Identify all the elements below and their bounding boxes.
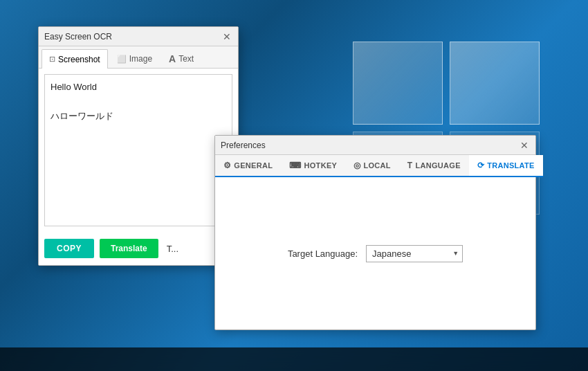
pref-tab-bar: ⚙ GENERAL ⌨ HOTKEY ◎ LOCAL T LANGUAGE ⟳ … bbox=[215, 155, 535, 177]
tab-screenshot-label: Screenshot bbox=[58, 55, 100, 64]
image-tab-icon: ⬜ bbox=[117, 55, 127, 64]
screenshot-tab-icon: ⊡ bbox=[49, 55, 55, 64]
target-language-row: Target Language: Japanese English Chines… bbox=[288, 245, 463, 262]
text-tab-icon: A bbox=[169, 53, 176, 64]
desktop: Easy Screen OCR ✕ ⊡ Screenshot ⬜ Image A… bbox=[0, 0, 588, 371]
pref-tab-local[interactable]: ◎ LOCAL bbox=[345, 155, 399, 177]
tab-image-label: Image bbox=[129, 54, 152, 64]
ocr-button-bar: COPY Translate T... bbox=[39, 235, 238, 265]
language-select-wrapper: Japanese English Chinese French German S… bbox=[366, 245, 463, 262]
ocr-tab-bar: ⊡ Screenshot ⬜ Image A Text bbox=[39, 46, 238, 69]
ocr-window: Easy Screen OCR ✕ ⊡ Screenshot ⬜ Image A… bbox=[38, 26, 239, 266]
target-language-label: Target Language: bbox=[288, 248, 358, 259]
pref-tab-translate-label: TRANSLATE bbox=[487, 161, 535, 170]
pref-close-button[interactable]: ✕ bbox=[519, 141, 530, 150]
translate-icon: ⟳ bbox=[477, 161, 484, 170]
pref-tab-general[interactable]: ⚙ GENERAL bbox=[215, 155, 281, 177]
target-language-select[interactable]: Japanese English Chinese French German S… bbox=[366, 245, 463, 262]
language-icon: T bbox=[407, 161, 413, 170]
pref-tab-hotkey[interactable]: ⌨ HOTKEY bbox=[281, 155, 345, 177]
pref-titlebar: Preferences ✕ bbox=[215, 136, 535, 155]
pref-tab-hotkey-label: HOTKEY bbox=[304, 161, 338, 170]
pref-tab-language-label: LANGUAGE bbox=[416, 161, 461, 170]
pref-window-title: Preferences bbox=[221, 141, 266, 150]
pref-tab-language[interactable]: T LANGUAGE bbox=[399, 155, 469, 177]
pref-tab-local-label: LOCAL bbox=[363, 161, 390, 170]
local-icon: ◎ bbox=[353, 161, 360, 170]
ocr-text-area[interactable] bbox=[44, 74, 232, 226]
win-pane-top-left bbox=[353, 42, 443, 125]
more-button[interactable]: T... bbox=[164, 241, 181, 257]
hotkey-icon: ⌨ bbox=[289, 161, 301, 170]
win-pane-top-right bbox=[450, 42, 540, 125]
ocr-close-button[interactable]: ✕ bbox=[221, 32, 232, 42]
tab-screenshot[interactable]: ⊡ Screenshot bbox=[42, 49, 108, 69]
translate-button[interactable]: Translate bbox=[100, 239, 158, 258]
general-icon: ⚙ bbox=[223, 161, 231, 170]
preferences-window: Preferences ✕ ⚙ GENERAL ⌨ HOTKEY ◎ LOCAL… bbox=[214, 135, 536, 330]
taskbar[interactable] bbox=[0, 347, 588, 371]
tab-image[interactable]: ⬜ Image bbox=[109, 49, 160, 68]
copy-button[interactable]: COPY bbox=[44, 239, 94, 258]
pref-content-area: Target Language: Japanese English Chines… bbox=[215, 177, 535, 329]
tab-text[interactable]: A Text bbox=[161, 49, 201, 68]
ocr-titlebar: Easy Screen OCR ✕ bbox=[39, 27, 238, 46]
ocr-window-title: Easy Screen OCR bbox=[44, 32, 112, 42]
tab-text-label: Text bbox=[178, 54, 194, 64]
pref-tab-translate[interactable]: ⟳ TRANSLATE bbox=[469, 155, 543, 177]
pref-tab-general-label: GENERAL bbox=[234, 161, 273, 170]
ocr-content-area bbox=[39, 69, 238, 235]
